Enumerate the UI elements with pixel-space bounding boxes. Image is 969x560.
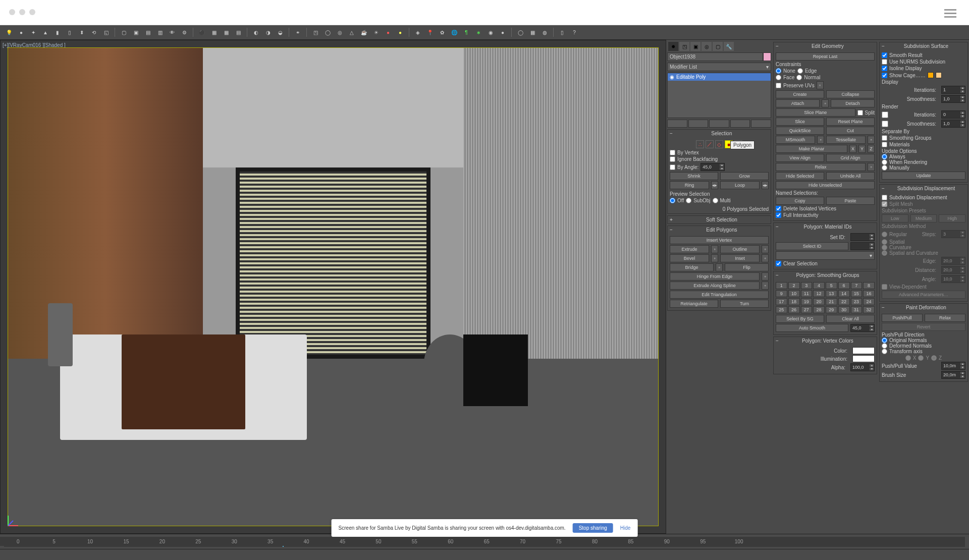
render-iter-input[interactable] <box>942 111 960 118</box>
msmooth-button[interactable]: MSmooth <box>776 136 815 144</box>
window-icon[interactable]: ▤ <box>143 27 153 37</box>
tab-display[interactable]: ▢ <box>713 42 723 51</box>
material-dropdown[interactable]: ▾ <box>776 251 875 260</box>
modifier-stack[interactable]: ◉ Editable Poly <box>667 73 771 118</box>
sg-13[interactable]: 13 <box>826 290 837 297</box>
turn-button[interactable]: Turn <box>720 300 769 308</box>
make-unique-button[interactable] <box>709 120 729 128</box>
delete-iso-checkbox[interactable] <box>776 206 781 211</box>
select-icon[interactable]: ▯ <box>65 27 75 37</box>
remove-mod-button[interactable] <box>730 120 750 128</box>
transform-axis-radio[interactable] <box>882 349 887 354</box>
sg-8[interactable]: 8 <box>863 282 875 289</box>
pin-stack-button[interactable] <box>667 120 687 128</box>
clear-selection-checkbox[interactable] <box>776 261 781 266</box>
show-end-button[interactable] <box>688 120 709 128</box>
ruler-icon[interactable]: ▮ <box>52 27 63 37</box>
sphere2-icon[interactable]: ◯ <box>322 27 333 37</box>
sg-26[interactable]: 26 <box>788 306 800 313</box>
viewport-render[interactable] <box>8 47 659 526</box>
relax-settings[interactable]: ▫ <box>868 163 875 171</box>
planar-x[interactable]: X <box>849 145 856 153</box>
sep-sg-checkbox[interactable] <box>882 135 887 141</box>
unhide-all-button[interactable]: Unhide All <box>826 172 875 180</box>
orig-normals-radio[interactable] <box>882 338 887 343</box>
list-icon[interactable]: ▤ <box>233 27 243 37</box>
ball-icon[interactable]: ⚫ <box>197 27 207 37</box>
inset-button[interactable]: Inset <box>720 254 760 262</box>
reset-plane-button[interactable]: Reset Plane <box>826 118 875 126</box>
retriangulate-button[interactable]: Retriangulate <box>670 300 718 308</box>
split-checkbox[interactable] <box>857 110 863 116</box>
object-name-input[interactable] <box>667 52 763 61</box>
update-button[interactable]: Update <box>882 172 965 180</box>
close-dot[interactable] <box>9 9 15 15</box>
cage-color2[interactable] <box>936 72 942 78</box>
pp-value-input[interactable] <box>942 363 960 369</box>
tab-modify[interactable]: ◳ <box>679 42 689 51</box>
menu-icon[interactable] <box>944 9 956 18</box>
grid-align-button[interactable]: Grid Align <box>826 154 875 162</box>
paste-button[interactable]: Paste <box>826 197 875 205</box>
bevel-settings[interactable]: ▫ <box>711 254 718 262</box>
viewport[interactable]: [+][VRayCam016 ][Shaded ] Total Polys:23… <box>0 40 666 534</box>
slice-plane-button[interactable]: Slice Plane <box>776 108 855 117</box>
link-icon[interactable]: ⚭ <box>293 27 303 37</box>
sg-29[interactable]: 29 <box>826 306 837 313</box>
soft-selection-header[interactable]: +Soft Selection <box>668 216 771 223</box>
yin-icon[interactable]: ◒ <box>275 27 285 37</box>
bevel-button[interactable]: Bevel <box>670 254 709 262</box>
particles-icon[interactable]: ✦ <box>28 27 38 37</box>
light-icon[interactable]: 💡 <box>4 27 14 37</box>
illum-swatch[interactable] <box>852 355 875 362</box>
page-icon[interactable]: ▯ <box>557 27 567 37</box>
sep-mat-checkbox[interactable] <box>882 142 887 147</box>
cube-icon[interactable]: ◳ <box>310 27 320 37</box>
update-manual-radio[interactable] <box>882 165 887 171</box>
edge-icon[interactable]: ／ <box>706 140 714 148</box>
update-render-radio[interactable] <box>882 159 887 165</box>
outline-button[interactable]: Outline <box>720 245 760 253</box>
make-planar-button[interactable]: Make Planar <box>776 145 847 153</box>
by-angle-checkbox[interactable] <box>670 164 675 170</box>
disp-smooth-input[interactable] <box>942 96 960 102</box>
modifier-item[interactable]: ◉ Editable Poly <box>668 73 771 81</box>
loop-button[interactable]: Loop <box>720 181 760 189</box>
render-smooth-input[interactable] <box>942 121 960 127</box>
sg-18[interactable]: 18 <box>788 298 800 305</box>
tab-motion[interactable]: ◎ <box>702 42 712 51</box>
checker-icon[interactable]: ▦ <box>527 27 537 37</box>
full-interactivity-checkbox[interactable] <box>776 212 781 218</box>
planar-y[interactable]: Y <box>858 145 866 153</box>
create-button[interactable]: Create <box>776 90 824 98</box>
minimize-dot[interactable] <box>19 9 25 15</box>
select-id-input[interactable] <box>851 243 869 249</box>
hide-selected-button[interactable]: Hide Selected <box>776 172 824 180</box>
vertex-colors-header[interactable]: −Polygon: Vertex Colors <box>774 337 877 345</box>
isoline-checkbox[interactable] <box>882 66 887 71</box>
hinge-settings[interactable]: ▫ <box>762 272 769 281</box>
set-id-input[interactable] <box>851 234 869 240</box>
scale-icon[interactable]: ◱ <box>101 27 111 37</box>
axis-gizmo[interactable] <box>6 513 21 528</box>
configure-button[interactable] <box>751 120 771 128</box>
sg-20[interactable]: 20 <box>813 298 825 305</box>
repeat-last-button[interactable]: Repeat Last <box>776 52 875 61</box>
sg-11[interactable]: 11 <box>801 290 813 297</box>
sg-9[interactable]: 9 <box>776 290 787 297</box>
sg-30[interactable]: 30 <box>838 306 850 313</box>
planar-z[interactable]: Z <box>868 145 875 153</box>
moon-icon[interactable]: ◐ <box>251 27 261 37</box>
insert-vertex-button[interactable]: Insert Vertex <box>670 236 769 244</box>
subdiv-disp-checkbox[interactable] <box>882 195 887 200</box>
sun-icon[interactable]: ☀ <box>371 27 381 37</box>
detach-button[interactable]: Detach <box>831 99 875 107</box>
bulb-icon[interactable]: ⚙ <box>179 27 189 37</box>
extrude-button[interactable]: Extrude <box>670 245 709 253</box>
extrude-settings[interactable]: ▫ <box>711 245 718 253</box>
sg-22[interactable]: 22 <box>838 298 850 305</box>
grid-icon[interactable]: ▦ <box>221 27 231 37</box>
select-by-sg-button[interactable]: Select By SG <box>776 315 824 323</box>
world-icon[interactable]: 🌐 <box>449 27 459 37</box>
collapse-button[interactable]: Collapse <box>826 90 875 98</box>
